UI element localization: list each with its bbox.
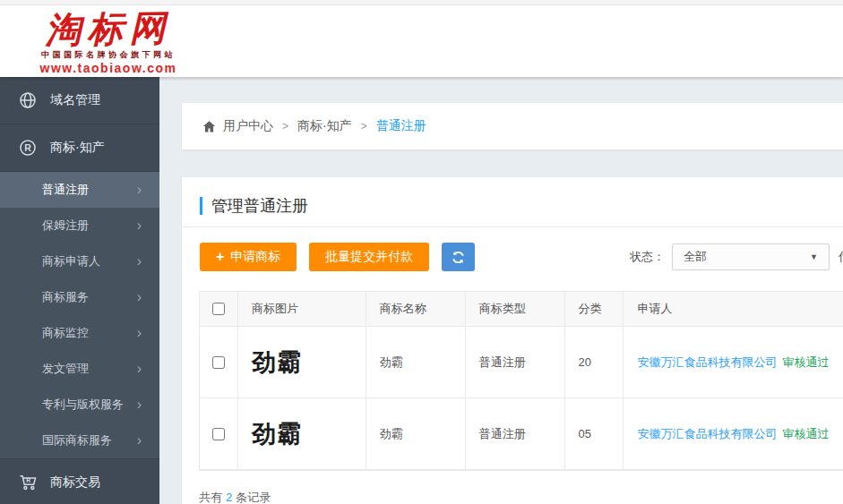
trademark-type: 普通注册 bbox=[466, 398, 565, 469]
registered-icon: R bbox=[19, 139, 37, 157]
cart-icon: R bbox=[19, 474, 37, 491]
trademark-name: 劲霸 bbox=[366, 398, 466, 469]
breadcrumb-user-center[interactable]: 用户中心 bbox=[223, 118, 273, 134]
row-checkbox[interactable] bbox=[212, 428, 225, 440]
status-label: 状态： bbox=[630, 249, 665, 265]
sidebar-item-trademark-service[interactable]: 商标服务 › bbox=[0, 279, 159, 315]
sidebar-item-monitor[interactable]: 商标监控 › bbox=[0, 315, 159, 351]
chevron-right-icon: › bbox=[137, 326, 142, 340]
column-header-applicant: 申请人 bbox=[624, 292, 843, 326]
table-row: 劲霸 劲霸 普通注册 20 安徽万汇食品科技有限公司 审核通过 bbox=[200, 327, 843, 398]
breadcrumb-separator: > bbox=[282, 120, 288, 132]
sidebar-item-patent-copyright[interactable]: 专利与版权服务 › bbox=[0, 387, 159, 423]
chevron-right-icon: › bbox=[137, 433, 142, 448]
row-checkbox[interactable] bbox=[212, 356, 225, 369]
sidebar-item-trademark[interactable]: R 商标·知产 bbox=[0, 124, 159, 172]
sidebar: 域名管理 R 商标·知产 普通注册 › 保姆注册 › 商标申请人 › 商标服务 … bbox=[0, 77, 159, 504]
trademark-name: 劲霸 bbox=[366, 327, 466, 397]
apply-trademark-button[interactable]: + 申请商标 bbox=[200, 243, 297, 271]
breadcrumb: 用户中心 > 商标·知产 > 普通注册 bbox=[202, 118, 426, 134]
select-all-cell bbox=[200, 292, 238, 326]
chevron-right-icon: › bbox=[137, 218, 142, 233]
breadcrumb-trademark[interactable]: 商标·知产 bbox=[297, 118, 352, 134]
column-header-name: 商标名称 bbox=[366, 292, 466, 326]
table-header-row: 商标图片 商标名称 商标类型 分类 申请人 bbox=[200, 292, 843, 327]
column-header-image: 商标图片 bbox=[238, 292, 366, 326]
title-divider bbox=[182, 226, 843, 227]
title-accent-bar bbox=[200, 197, 202, 215]
logo-calligraphy: 淘标网 bbox=[23, 7, 194, 49]
sidebar-item-normal-register[interactable]: 普通注册 › bbox=[0, 172, 159, 208]
status-select-value: 全部 bbox=[684, 249, 810, 265]
chevron-right-icon: › bbox=[137, 397, 142, 412]
applicant-link[interactable]: 安徽万汇食品科技有限公司 bbox=[637, 426, 777, 442]
chevron-right-icon: › bbox=[137, 290, 142, 304]
select-all-checkbox[interactable] bbox=[212, 303, 225, 315]
trademark-submenu: 普通注册 › 保姆注册 › 商标申请人 › 商标服务 › 商标监控 › 发文管理… bbox=[0, 172, 159, 459]
trademark-table: 商标图片 商标名称 商标类型 分类 申请人 劲霸 劲霸 普通注册 20 bbox=[199, 291, 843, 471]
refresh-button[interactable] bbox=[442, 243, 475, 271]
logo-subtitle: 中国国际名牌协会旗下网站 bbox=[23, 49, 194, 61]
trademark-category: 20 bbox=[565, 327, 624, 397]
sidebar-item-nanny-register[interactable]: 保姆注册 › bbox=[0, 208, 159, 243]
chevron-right-icon: › bbox=[137, 183, 142, 197]
sidebar-item-label: 域名管理 bbox=[50, 92, 100, 108]
chevron-right-icon: › bbox=[137, 362, 142, 376]
refresh-icon bbox=[452, 251, 465, 264]
sidebar-item-label: 商标·知产 bbox=[50, 140, 105, 156]
batch-submit-pay-button[interactable]: 批量提交并付款 bbox=[309, 243, 429, 271]
sidebar-item-applicant[interactable]: 商标申请人 › bbox=[0, 243, 159, 279]
trademark-image[interactable]: 劲霸 bbox=[252, 346, 302, 379]
record-summary: 共有2条记录 bbox=[199, 490, 271, 504]
plus-icon: + bbox=[216, 250, 224, 264]
table-row: 劲霸 劲霸 普通注册 05 安徽万汇食品科技有限公司 审核通过 bbox=[200, 398, 843, 470]
caret-down-icon: ▼ bbox=[810, 252, 818, 261]
status-badge: 审核通过 bbox=[782, 426, 829, 442]
home-icon bbox=[202, 120, 216, 133]
main-content: 用户中心 > 商标·知产 > 普通注册 管理普通注册 + 申请商标 批量提交并付… bbox=[159, 77, 843, 504]
sidebar-item-trade[interactable]: R 商标交易 bbox=[0, 459, 159, 504]
payment-status-label: 付款状态： bbox=[839, 249, 843, 265]
applicant-link[interactable]: 安徽万汇食品科技有限公司 bbox=[637, 355, 777, 371]
trademark-image[interactable]: 劲霸 bbox=[252, 418, 302, 450]
chevron-right-icon: › bbox=[137, 254, 142, 269]
content-card: 管理普通注册 + 申请商标 批量提交并付款 bbox=[182, 177, 843, 504]
breadcrumb-normal-register[interactable]: 普通注册 bbox=[376, 118, 426, 134]
status-badge: 审核通过 bbox=[782, 355, 829, 371]
trademark-category: 05 bbox=[565, 398, 624, 469]
sidebar-item-documents[interactable]: 发文管理 › bbox=[0, 351, 159, 387]
toolbar: + 申请商标 批量提交并付款 bbox=[200, 243, 475, 271]
breadcrumb-separator: > bbox=[361, 120, 367, 132]
page-title: 管理普通注册 bbox=[200, 195, 308, 217]
site-logo[interactable]: 淘标网 中国国际名牌协会旗下网站 www.taobiaow.com bbox=[23, 9, 194, 75]
trademark-type: 普通注册 bbox=[466, 327, 565, 397]
logo-url: www.taobiaow.com bbox=[23, 61, 194, 75]
status-filter-group: 状态： 全部 ▼ 付款状态： bbox=[630, 243, 843, 270]
record-count: 2 bbox=[222, 491, 236, 504]
status-select[interactable]: 全部 ▼ bbox=[672, 243, 830, 270]
app-header: 淘标网 中国国际名牌协会旗下网站 www.taobiaow.com bbox=[0, 5, 843, 77]
sidebar-item-international[interactable]: 国际商标服务 › bbox=[0, 423, 159, 458]
table-body: 劲霸 劲霸 普通注册 20 安徽万汇食品科技有限公司 审核通过 劲霸 bbox=[200, 327, 843, 470]
column-header-category: 分类 bbox=[565, 292, 624, 326]
sidebar-item-label: 商标交易 bbox=[50, 474, 100, 491]
breadcrumb-bar: 用户中心 > 商标·知产 > 普通注册 bbox=[182, 103, 843, 149]
column-header-type: 商标类型 bbox=[466, 292, 565, 326]
globe-icon bbox=[19, 91, 37, 109]
svg-text:R: R bbox=[26, 477, 30, 483]
sidebar-item-domain[interactable]: 域名管理 bbox=[0, 77, 159, 124]
svg-text:R: R bbox=[24, 142, 31, 153]
